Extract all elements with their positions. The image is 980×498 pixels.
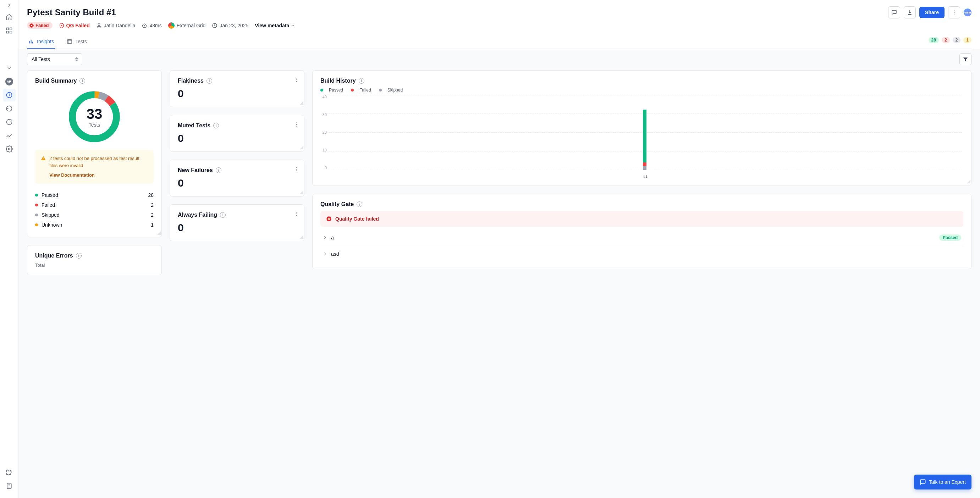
view-documentation-link[interactable]: View Documentation: [49, 172, 148, 179]
svg-rect-3: [10, 31, 12, 33]
talk-to-expert-button[interactable]: Talk to an Expert: [914, 474, 972, 490]
svg-point-24: [296, 81, 297, 82]
total-tests-label: Tests: [89, 122, 100, 128]
svg-rect-2: [6, 31, 8, 33]
svg-point-8: [954, 12, 955, 13]
quality-gate-failed-banner: Quality Gate failed: [320, 211, 963, 227]
resize-handle-icon[interactable]: [300, 189, 303, 196]
svg-point-31: [296, 212, 297, 212]
svg-point-11: [98, 24, 100, 25]
unique-errors-card: Unique Errorsi Total: [27, 245, 162, 275]
svg-rect-17: [67, 40, 72, 44]
flakiness-card: Flakinessi 0: [170, 70, 304, 107]
resize-handle-icon[interactable]: [300, 100, 303, 106]
nav-dashboard-icon[interactable]: [3, 24, 16, 37]
svg-point-29: [296, 169, 297, 170]
tests-filter-select[interactable]: All Tests: [27, 53, 82, 65]
sidebar-collapse-toggle[interactable]: [3, 2, 16, 9]
legend-passed: Passed: [320, 88, 343, 92]
chevron-right-icon: [323, 235, 328, 240]
left-sidebar: AR: [0, 0, 18, 498]
info-icon[interactable]: i: [216, 167, 221, 173]
nav-avatar[interactable]: AR: [3, 75, 16, 88]
new_failures-value: 0: [178, 177, 296, 189]
legend-row[interactable]: Unknown1: [35, 220, 154, 230]
svg-point-25: [296, 123, 297, 123]
svg-rect-14: [29, 41, 30, 44]
duration-meta: 48ms: [142, 23, 161, 29]
info-icon[interactable]: i: [359, 78, 364, 84]
comments-button[interactable]: [888, 6, 900, 18]
svg-point-23: [296, 80, 297, 80]
total-tests-value: 33: [87, 106, 103, 122]
svg-point-22: [296, 78, 297, 78]
quality-gate-row[interactable]: asd: [320, 246, 963, 262]
info-icon[interactable]: i: [80, 78, 85, 84]
resize-handle-icon[interactable]: [300, 234, 303, 240]
count-unknown[interactable]: 1: [963, 37, 972, 43]
card-more-button[interactable]: [293, 211, 299, 218]
muted-card: Muted Testsi 0: [170, 115, 304, 152]
nav-home-icon[interactable]: [3, 11, 16, 24]
nav-refresh-icon[interactable]: [3, 102, 16, 115]
info-icon[interactable]: i: [213, 123, 219, 129]
build-history-title: Build History: [320, 78, 356, 84]
legend-skipped: Skipped: [379, 88, 403, 92]
download-button[interactable]: [904, 6, 916, 18]
flakiness-value: 0: [178, 88, 296, 100]
svg-rect-0: [6, 28, 8, 30]
legend-row[interactable]: Skipped2: [35, 210, 154, 220]
count-failed[interactable]: 2: [942, 37, 950, 43]
chat-icon: [920, 479, 926, 485]
info-icon[interactable]: i: [356, 202, 362, 207]
card-more-button[interactable]: [293, 166, 299, 173]
svg-point-7: [954, 10, 955, 11]
build-history-chart: 403020100#1: [328, 95, 963, 178]
resize-handle-icon[interactable]: [300, 144, 303, 151]
unique-errors-title: Unique Errors: [35, 253, 73, 259]
date-meta: Jan 23, 2025: [212, 23, 248, 29]
svg-point-27: [296, 126, 297, 127]
nav-retry-icon[interactable]: [3, 116, 16, 129]
nav-trend-icon[interactable]: [3, 129, 16, 142]
nav-extension-icon[interactable]: [3, 466, 16, 479]
tab-tests[interactable]: Tests: [65, 35, 88, 49]
page-header: Pytest Sanity Build #1 Share 4ISM Failed…: [18, 0, 980, 49]
legend-row[interactable]: Failed2: [35, 200, 154, 210]
filter-button[interactable]: [959, 53, 972, 65]
status-pill: Passed: [939, 234, 961, 241]
grid-badge-icon: [168, 22, 175, 29]
user-avatar-badge[interactable]: 4ISM: [964, 8, 972, 16]
card-more-button[interactable]: [293, 122, 299, 129]
warning-text: 2 tests could not be processed as test r…: [49, 156, 140, 168]
nav-chevron-down-icon[interactable]: [3, 62, 16, 75]
select-arrows-icon: [75, 57, 78, 61]
grid-meta: External Grid: [168, 22, 206, 29]
card-more-button[interactable]: [293, 77, 299, 84]
nav-document-icon[interactable]: [3, 480, 16, 492]
error-icon: [326, 216, 332, 222]
warning-icon: [41, 155, 46, 161]
nav-clock-icon[interactable]: [3, 89, 16, 102]
tab-insights[interactable]: Insights: [27, 35, 55, 49]
nav-gear-icon[interactable]: [3, 143, 16, 155]
svg-point-9: [954, 14, 955, 14]
share-button[interactable]: Share: [920, 7, 945, 18]
info-icon[interactable]: i: [220, 212, 226, 218]
user-meta: Jatin Dandelia: [96, 23, 135, 29]
always_failing-card: Always Failingi 0: [170, 204, 304, 241]
view-metadata-toggle[interactable]: View metadata: [255, 23, 295, 29]
header-more-button[interactable]: [948, 6, 960, 18]
count-skipped[interactable]: 2: [953, 37, 961, 43]
svg-point-33: [296, 215, 297, 216]
svg-point-32: [296, 213, 297, 214]
quality-gate-title: Quality Gate: [320, 201, 354, 207]
info-icon[interactable]: i: [207, 78, 212, 84]
quality-gate-row[interactable]: aPassed: [320, 229, 963, 246]
chevron-right-icon: [323, 251, 328, 256]
count-passed[interactable]: 28: [929, 37, 939, 43]
info-icon[interactable]: i: [76, 253, 82, 259]
resize-handle-icon[interactable]: [967, 178, 970, 185]
resize-handle-icon[interactable]: [157, 230, 161, 236]
legend-row[interactable]: Passed28: [35, 190, 154, 200]
